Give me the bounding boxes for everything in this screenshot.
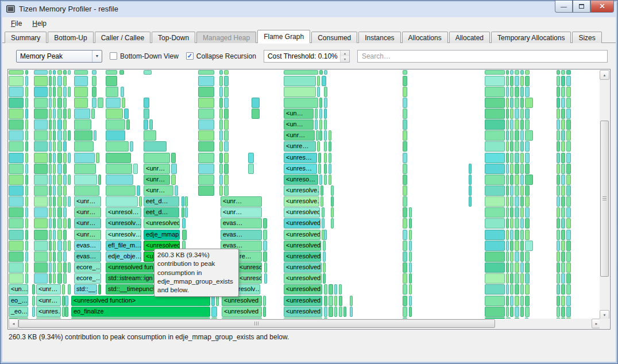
flame-block[interactable] — [557, 141, 560, 152]
flame-block[interactable] — [525, 76, 530, 86]
flame-block[interactable] — [561, 76, 565, 86]
flame-block[interactable]: <unresolved f… — [284, 241, 321, 251]
flame-block[interactable] — [106, 130, 125, 141]
flame-block[interactable] — [506, 230, 509, 240]
flame-block[interactable] — [219, 141, 223, 152]
flame-block[interactable] — [515, 76, 519, 86]
flame-block[interactable] — [561, 273, 565, 284]
flame-block[interactable] — [331, 196, 334, 207]
flame-block[interactable] — [57, 153, 62, 163]
flame-block[interactable] — [403, 164, 407, 174]
flame-block[interactable] — [49, 273, 52, 284]
tab-temporary-allocations[interactable]: Temporary Allocations — [491, 32, 571, 43]
flame-block[interactable] — [506, 141, 509, 152]
flame-block[interactable] — [25, 196, 28, 207]
flame-block[interactable] — [144, 141, 167, 152]
flame-block[interactable] — [68, 175, 71, 185]
flame-block[interactable] — [403, 141, 407, 152]
flame-block[interactable] — [324, 98, 327, 108]
flame-block[interactable] — [144, 98, 149, 108]
flame-block[interactable] — [506, 296, 509, 306]
flame-block[interactable] — [409, 218, 412, 229]
flame-block[interactable] — [224, 153, 229, 163]
flame-block[interactable] — [53, 153, 56, 163]
flame-block[interactable] — [224, 98, 229, 108]
flame-block[interactable] — [219, 70, 223, 75]
flame-block[interactable] — [319, 175, 322, 185]
flame-block[interactable] — [561, 241, 565, 251]
flame-block[interactable] — [403, 284, 407, 295]
flame-block[interactable] — [34, 251, 48, 262]
flame-block[interactable] — [74, 164, 96, 174]
flame-block[interactable] — [68, 109, 71, 119]
flame-block[interactable] — [485, 230, 505, 240]
flame-block[interactable] — [520, 185, 524, 196]
flame-block[interactable] — [520, 296, 524, 306]
flame-block[interactable] — [520, 230, 524, 240]
flame-block[interactable] — [334, 307, 337, 317]
flame-block[interactable] — [525, 230, 530, 240]
flame-block[interactable] — [520, 307, 524, 317]
flame-block[interactable] — [211, 296, 215, 306]
flame-block[interactable] — [324, 141, 327, 152]
flame-block[interactable] — [34, 207, 48, 218]
flame-block[interactable] — [57, 251, 62, 262]
flame-block[interactable] — [63, 70, 67, 75]
flame-block[interactable] — [506, 307, 509, 317]
flame-block[interactable] — [485, 307, 505, 317]
flame-block[interactable]: ecore_… — [74, 273, 101, 284]
flame-block[interactable] — [515, 164, 519, 174]
flame-block[interactable] — [561, 109, 565, 119]
tab-instances[interactable]: Instances — [358, 32, 400, 43]
flame-block[interactable]: <unresolved f… — [284, 251, 321, 262]
flame-block[interactable] — [284, 70, 318, 75]
flame-block[interactable]: <unr… — [221, 196, 262, 207]
flame-block[interactable] — [106, 164, 132, 174]
flame-block[interactable] — [566, 262, 571, 273]
flame-block[interactable] — [9, 153, 24, 163]
flame-block[interactable] — [25, 241, 28, 251]
flame-block[interactable] — [25, 230, 28, 240]
flame-block[interactable] — [219, 119, 223, 130]
flame-block[interactable] — [324, 284, 327, 295]
flame-block[interactable] — [515, 207, 519, 218]
flame-block[interactable] — [63, 119, 67, 130]
flame-block[interactable] — [175, 185, 178, 196]
flame-block[interactable] — [74, 87, 88, 97]
flame-block[interactable] — [329, 175, 331, 185]
flame-block[interactable] — [106, 119, 125, 130]
flame-block[interactable] — [525, 70, 530, 75]
flame-block[interactable] — [25, 87, 28, 97]
flame-block[interactable] — [485, 196, 505, 207]
flame-block[interactable] — [557, 119, 560, 130]
flame-block[interactable] — [224, 87, 229, 97]
flame-block[interactable] — [316, 130, 319, 141]
flame-block[interactable] — [248, 153, 254, 163]
flame-block[interactable] — [284, 98, 318, 108]
flame-block[interactable] — [25, 76, 28, 86]
flame-block[interactable]: <unr… — [284, 130, 315, 141]
flame-block[interactable] — [49, 153, 52, 163]
flame-block[interactable] — [9, 164, 24, 174]
tab-summary[interactable]: Summary — [5, 32, 47, 43]
horizontal-scrollbar[interactable]: ◄ ► — [9, 319, 601, 328]
flame-block[interactable] — [63, 218, 67, 229]
flame-block[interactable] — [144, 130, 156, 141]
flame-block[interactable] — [53, 70, 56, 75]
flame-block[interactable] — [409, 296, 412, 306]
flame-block[interactable] — [106, 153, 131, 163]
flame-block[interactable] — [561, 230, 565, 240]
scroll-up-button[interactable]: ▲ — [600, 70, 609, 80]
flame-block[interactable] — [324, 164, 327, 174]
flame-block[interactable] — [49, 218, 52, 229]
flame-block[interactable] — [566, 218, 571, 229]
flame-block[interactable] — [34, 76, 48, 86]
flame-block[interactable] — [49, 87, 52, 97]
flame-block[interactable]: <unres… — [36, 307, 61, 317]
flame-block[interactable] — [74, 76, 88, 86]
flame-block[interactable] — [515, 273, 519, 284]
flame-block[interactable] — [561, 296, 565, 306]
flame-block[interactable] — [324, 296, 327, 306]
flame-block[interactable] — [224, 76, 229, 86]
flame-block[interactable] — [53, 185, 56, 196]
